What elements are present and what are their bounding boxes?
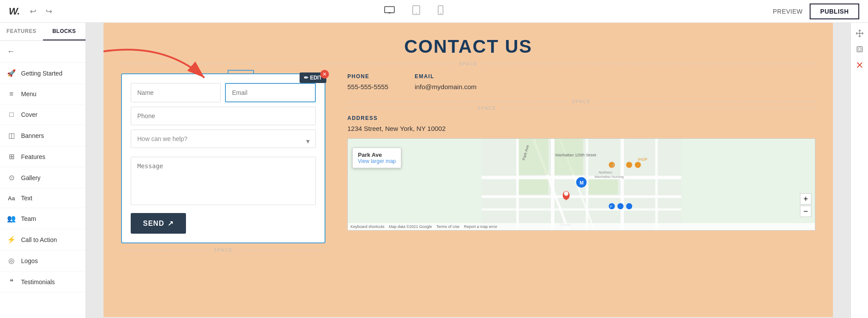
sidebar-item-gallery[interactable]: ⊙ Gallery: [0, 167, 86, 188]
svg-rect-42: [857, 47, 862, 52]
team-icon: 👥: [7, 214, 16, 223]
svg-rect-20: [519, 179, 548, 195]
sidebar-item-label: Features: [21, 153, 45, 160]
mobile-view-button[interactable]: [434, 4, 447, 19]
sidebar-item-call-to-action[interactable]: ⚡ Call to Action: [0, 229, 86, 250]
svg-rect-15: [621, 139, 624, 230]
sidebar-item-getting-started[interactable]: 🚀 Getting Started: [0, 63, 86, 84]
cover-icon: □: [7, 111, 16, 119]
sidebar-back-button[interactable]: ←: [0, 41, 86, 63]
sidebar-item-features[interactable]: ⊞ Features: [0, 146, 86, 167]
resize-button[interactable]: [854, 43, 866, 55]
topbar-left: W. ↩ ↪: [9, 5, 55, 18]
email-label: EMAIL: [414, 73, 476, 80]
svg-point-35: [626, 162, 632, 168]
svg-text:Manhattan 125th Street: Manhattan 125th Street: [555, 153, 597, 157]
map-terms[interactable]: Terms of Use: [436, 224, 460, 229]
sidebar-item-label: Testimonials: [21, 278, 55, 285]
logo: W.: [9, 6, 20, 17]
sidebar-item-logos[interactable]: ◎ Logos: [0, 250, 86, 271]
zoom-in-button[interactable]: +: [800, 193, 811, 205]
map-container[interactable]: Park Ave Manhattan 125th Street Northern…: [347, 138, 815, 231]
back-icon: ←: [7, 47, 15, 56]
phone-input[interactable]: [131, 107, 316, 125]
phone-value: 555-555-5555: [347, 83, 388, 90]
sidebar-item-menu[interactable]: ≡ Menu: [0, 84, 86, 105]
help-dropdown[interactable]: How can we help?: [131, 130, 316, 148]
preview-button[interactable]: PREVIEW: [773, 8, 803, 15]
svg-point-4: [416, 13, 417, 14]
desktop-view-button[interactable]: [381, 4, 398, 18]
svg-point-6: [440, 13, 441, 14]
sidebar-item-label: Call to Action: [21, 236, 57, 243]
map-report[interactable]: Report a map error: [464, 224, 497, 229]
undo-button[interactable]: ↩: [27, 5, 39, 18]
sidebar: FEATURES BLOCKS ← 🚀 Getting Started ≡ Me…: [0, 23, 86, 318]
undo-redo-group: ↩ ↪: [27, 5, 55, 18]
rocket-icon: 🚀: [7, 69, 16, 77]
zoom-out-button[interactable]: −: [800, 206, 811, 217]
sidebar-item-label: Text: [21, 195, 32, 202]
svg-text:IHOP: IHOP: [638, 157, 647, 162]
tab-features[interactable]: FEATURES: [0, 23, 43, 40]
page-canvas: CONTACT US SPACE: [104, 23, 833, 317]
svg-point-40: [626, 203, 632, 210]
publish-button[interactable]: PUBLISH: [810, 4, 859, 19]
tab-blocks[interactable]: BLOCKS: [43, 23, 86, 40]
sidebar-item-testimonials[interactable]: ❝ Testimonials: [0, 271, 86, 293]
tablet-view-button[interactable]: [409, 4, 424, 19]
menu-icon: ≡: [7, 90, 16, 98]
popup-title: Park Ave: [358, 152, 396, 158]
send-icon: ↗: [168, 219, 174, 228]
map-zoom-controls: + −: [800, 193, 811, 217]
sidebar-item-label: Gallery: [21, 174, 40, 181]
name-email-row: [131, 83, 316, 102]
svg-text:Northern: Northern: [599, 170, 612, 174]
sidebar-item-team[interactable]: 👥 Team: [0, 208, 86, 229]
address-value: 1234 Street, New York, NY 10002: [347, 125, 815, 132]
phone-col: PHONE 555-555-5555: [347, 73, 388, 90]
space-label-1: SPACE: [459, 61, 478, 66]
svg-text:P: P: [610, 205, 612, 209]
send-button[interactable]: SEND ↗: [131, 213, 186, 234]
sidebar-item-text[interactable]: Aa Text: [0, 188, 86, 208]
sidebar-item-label: Menu: [21, 90, 36, 98]
sidebar-item-label: Logos: [21, 257, 38, 264]
cta-icon: ⚡: [7, 235, 16, 244]
form-close-button[interactable]: ✕: [320, 70, 329, 79]
logos-icon: ◎: [7, 257, 16, 265]
svg-rect-16: [655, 139, 658, 230]
info-section: PHONE 555-555-5555 EMAIL info@mydomain.c…: [325, 73, 815, 253]
canvas-area: CONTACT US SPACE: [86, 23, 850, 318]
svg-point-31: [564, 192, 568, 196]
address-label: ADDRESS: [347, 115, 815, 121]
svg-text:🍴: 🍴: [611, 163, 615, 167]
banners-icon: ◫: [7, 131, 16, 140]
svg-point-36: [635, 162, 641, 168]
map-popup: Park Ave View larger map: [352, 148, 401, 168]
move-button[interactable]: [854, 27, 866, 40]
map-footer: Keyboard shortcuts Map data ©2021 Google…: [348, 223, 815, 230]
close-button[interactable]: [854, 59, 866, 71]
map-keyboard-shortcuts: Keyboard shortcuts: [350, 224, 385, 229]
main-layout: FEATURES BLOCKS ← 🚀 Getting Started ≡ Me…: [0, 23, 868, 318]
features-icon: ⊞: [7, 152, 16, 161]
name-input[interactable]: [131, 83, 221, 102]
redo-button[interactable]: ↪: [43, 5, 55, 18]
popup-link[interactable]: View larger map: [358, 158, 396, 164]
email-input[interactable]: [225, 83, 316, 102]
phone-label: PHONE: [347, 73, 388, 80]
message-textarea[interactable]: [131, 157, 316, 205]
sidebar-item-banners[interactable]: ◫ Banners: [0, 125, 86, 146]
space-line-2: SPACE: [347, 106, 815, 111]
map-data-credit: Map data ©2021 Google: [389, 224, 432, 229]
email-col: EMAIL info@mydomain.com: [414, 73, 476, 90]
svg-rect-22: [588, 179, 618, 195]
device-switcher: [381, 4, 447, 19]
sidebar-item-label: Team: [21, 215, 36, 222]
dropdown-wrapper: How can we help?: [131, 130, 316, 152]
sidebar-item-cover[interactable]: □ Cover: [0, 105, 86, 125]
sidebar-item-label: Cover: [21, 111, 37, 118]
topbar-right: PREVIEW PUBLISH: [773, 4, 859, 19]
space-line-1: SPACE: [347, 99, 815, 104]
